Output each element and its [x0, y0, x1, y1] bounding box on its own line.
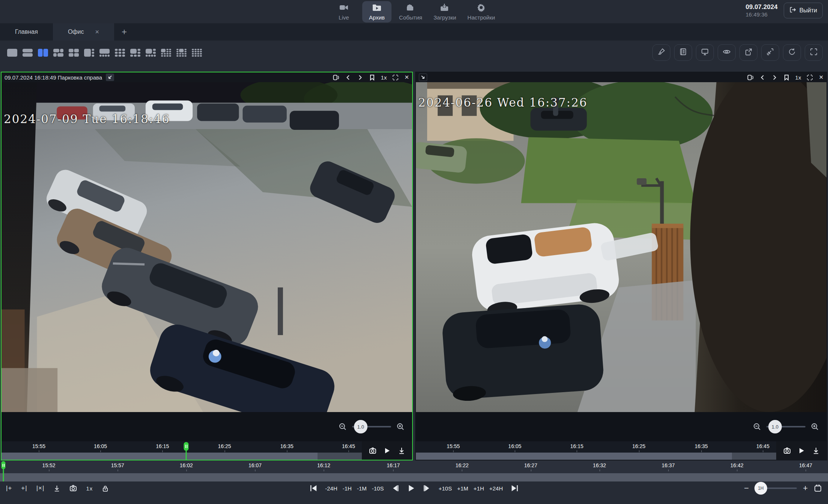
nav-live[interactable]: Live [329, 1, 358, 23]
shrink-window-button[interactable] [761, 44, 779, 61]
frame-icon[interactable] [333, 74, 339, 81]
layout-2-cols-icon[interactable] [36, 47, 50, 59]
panel-fullscreen-icon[interactable] [807, 74, 813, 81]
shrink-window-icon [766, 48, 774, 57]
monitor-button[interactable] [696, 44, 714, 61]
nav-archive[interactable]: Архив [362, 1, 391, 23]
snapshot-icon[interactable] [783, 447, 791, 454]
left-timeline[interactable]: 15:55 16:05 16:15 16:25 16:35 16:45 [2, 441, 412, 453]
zoom-in-icon[interactable] [811, 423, 819, 431]
global-scroll-band[interactable] [0, 473, 828, 481]
expand-arrow-icon[interactable] [419, 74, 427, 81]
right-zoom-handle[interactable]: 1.0 [768, 420, 782, 433]
jump-plus-1h[interactable]: +1H [474, 485, 484, 492]
panel-close-icon[interactable]: ✕ [404, 74, 409, 81]
report-button[interactable] [674, 44, 692, 61]
left-playhead[interactable] [184, 442, 189, 451]
logout-button[interactable]: Выйти [784, 3, 823, 18]
jump-plus-1m[interactable]: +1M [457, 485, 468, 492]
panel-fullscreen-icon[interactable] [392, 74, 399, 81]
nav-events[interactable]: События [395, 1, 426, 23]
nav-downloads[interactable]: Загрузки [430, 1, 460, 23]
brush-button[interactable] [652, 44, 670, 61]
prev-icon[interactable] [345, 74, 351, 81]
layout-1plus7-icon[interactable] [144, 47, 157, 59]
nav-settings[interactable]: Настройки [464, 1, 499, 23]
download-icon[interactable] [398, 447, 405, 454]
left-zoom-handle[interactable]: 1.0 [354, 420, 367, 433]
monitor-icon [701, 48, 709, 57]
marker-clear-button[interactable]: |×| [36, 484, 45, 492]
zoom-in-icon[interactable] [396, 423, 405, 431]
zoom-out-icon[interactable] [753, 423, 761, 431]
jump-minus-10s[interactable]: -10S [372, 485, 384, 492]
snapshot-icon[interactable] [69, 484, 77, 492]
timeline-zoom-in[interactable]: + [803, 484, 808, 492]
snapshot-icon[interactable] [369, 447, 376, 454]
layout-2x2-icon[interactable] [67, 47, 80, 59]
eye-button[interactable] [718, 44, 736, 61]
layout-2x2-wide-icon[interactable] [51, 47, 65, 59]
right-recording-band[interactable] [416, 453, 826, 460]
tab-close-icon[interactable]: × [95, 28, 99, 36]
current-date: 09.07.2024 [746, 3, 778, 11]
layout-2-rows-icon[interactable] [21, 47, 34, 59]
play-icon[interactable] [798, 447, 805, 454]
jump-minus-1h[interactable]: -1H [343, 485, 352, 492]
layout-1-icon[interactable] [5, 47, 19, 59]
jump-plus-24h[interactable]: +24H [489, 485, 503, 492]
right-speed-label[interactable]: 1x [795, 74, 801, 81]
tab-office[interactable]: Офис × [53, 23, 114, 41]
global-timeline[interactable]: 15:52 15:57 16:02 16:07 16:12 16:17 16:2… [0, 460, 828, 473]
frame-icon[interactable] [747, 74, 754, 81]
bookmark-icon[interactable] [783, 74, 790, 81]
global-speed-label[interactable]: 1x [86, 485, 93, 492]
left-recording-band[interactable] [2, 453, 412, 460]
global-playhead[interactable] [2, 461, 6, 469]
skip-start-icon[interactable] [309, 484, 318, 492]
jump-minus-1m[interactable]: -1M [357, 485, 367, 492]
gtl-label: 16:22 [455, 462, 468, 468]
marker-out-button[interactable]: +| [21, 484, 27, 492]
marker-in-button[interactable]: |+ [6, 484, 12, 492]
calendar-icon[interactable] [814, 484, 822, 492]
prev-icon[interactable] [759, 74, 766, 81]
layout-2plus8-icon[interactable] [175, 47, 188, 59]
left-speed-label[interactable]: 1x [381, 74, 387, 81]
timeline-zoom-out[interactable]: − [744, 484, 749, 492]
zoom-out-icon[interactable] [339, 423, 347, 431]
timeline-zoom-slider[interactable]: 1H [755, 487, 797, 489]
timeline-zoom-handle[interactable]: 1H [754, 482, 767, 495]
jump-plus-10s[interactable]: +10S [438, 485, 452, 492]
layout-1plus4-icon[interactable] [98, 47, 111, 59]
download-icon[interactable] [53, 485, 60, 492]
left-camera-video[interactable]: 2024-07-09 Tue 16:18:46 [2, 82, 412, 412]
jump-minus-24h[interactable]: -24H [325, 485, 337, 492]
layout-1plus5-icon[interactable] [128, 47, 142, 59]
layout-1plus12-icon[interactable] [159, 47, 173, 59]
left-zoom-slider[interactable]: 1.0 [352, 426, 391, 427]
bookmark-icon[interactable] [369, 74, 375, 81]
download-icon[interactable] [812, 447, 820, 454]
play-icon[interactable] [383, 447, 391, 454]
panel-close-icon[interactable]: ✕ [819, 74, 823, 81]
right-zoom-slider[interactable]: 1.0 [766, 426, 805, 427]
tab-main[interactable]: Главная [0, 23, 53, 41]
next-icon[interactable] [771, 74, 778, 81]
fullscreen-button[interactable] [805, 44, 823, 61]
layout-3x3-icon[interactable] [113, 47, 126, 59]
lock-icon[interactable] [102, 485, 109, 492]
step-forward-icon[interactable] [423, 484, 431, 492]
skip-end-icon[interactable] [510, 484, 519, 492]
layout-4x4-icon[interactable] [190, 47, 203, 59]
collapse-arrow-icon[interactable] [106, 74, 114, 81]
tab-add-button[interactable]: + [114, 23, 134, 41]
right-timeline[interactable]: 15:55 16:05 16:15 16:25 16:35 16:45 [416, 441, 826, 453]
export-button[interactable] [739, 44, 757, 61]
step-back-icon[interactable] [391, 484, 399, 492]
play-button-icon[interactable] [407, 484, 415, 492]
refresh-button[interactable] [783, 44, 801, 61]
next-icon[interactable] [357, 74, 363, 81]
right-camera-video[interactable]: 2024-06-26 Wed 16:37:26 [416, 82, 826, 412]
layout-1plus3-icon[interactable] [82, 47, 96, 59]
